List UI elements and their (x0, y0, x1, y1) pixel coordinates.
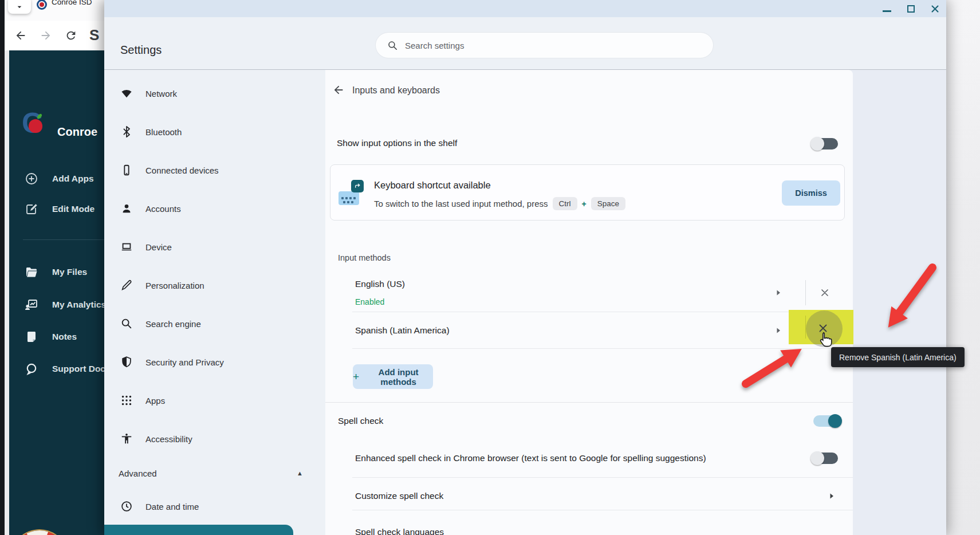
keyboard-shortcut-banner: Keyboard shortcut available To switch to… (330, 164, 845, 221)
clipped-toolbar-glyph: S (89, 26, 99, 44)
back-button[interactable] (13, 27, 29, 44)
app-sidebar: C Conroe Add Apps Edit Mode My Files (9, 50, 109, 535)
nav-advanced-toggle[interactable]: Advanced ▲ (104, 462, 325, 485)
nav-item-search-engine[interactable]: Search engine (104, 311, 325, 336)
banner-title: Keyboard shortcut available (374, 180, 491, 191)
keyboard-shortcut-icon (339, 180, 365, 206)
folder-icon (25, 265, 38, 279)
maximize-button[interactable] (903, 2, 918, 15)
wifi-icon (120, 87, 133, 100)
show-input-options-toggle[interactable] (812, 138, 838, 150)
tab-title[interactable]: Conroe ISD (52, 0, 92, 6)
settings-window: Settings Network Bluetooth Connected dev… (104, 0, 946, 535)
nav-item-security-privacy[interactable]: Security and Privacy (104, 349, 325, 375)
window-titlebar (104, 0, 946, 17)
nav-item-date-time[interactable]: Date and time (104, 494, 325, 519)
edit-icon (25, 202, 38, 216)
sidebar-item-support-docs[interactable]: Support Docs (9, 357, 109, 380)
settings-main-area: Inputs and keyboards Show input options … (325, 70, 946, 535)
caret-up-icon: ▲ (297, 470, 303, 477)
forward-button[interactable] (38, 27, 54, 44)
hand-cursor-icon (817, 332, 835, 349)
apps-grid-icon (120, 394, 133, 407)
close-button[interactable] (927, 2, 942, 15)
laptop-icon (120, 241, 133, 253)
settings-header: Settings (104, 17, 946, 70)
sidebar-item-add-apps[interactable]: Add Apps (9, 167, 109, 190)
banner-description-row: To switch to the last used input method,… (374, 197, 625, 210)
screen-edge-strip (0, 0, 5, 535)
chevron-right-icon[interactable] (774, 288, 783, 297)
sidebar-item-notes[interactable]: Notes (9, 325, 109, 348)
support-icon (25, 362, 38, 376)
subpage-title: Inputs and keyboards (352, 85, 440, 96)
sidebar-divider (23, 239, 109, 240)
chevron-right-icon (827, 491, 836, 501)
add-input-methods-button[interactable]: + Add input methods (353, 364, 433, 389)
shield-icon (120, 356, 133, 368)
page-background-sliver (946, 0, 980, 535)
input-methods-section-label: Input methods (338, 253, 391, 262)
nav-item-accessibility[interactable]: Accessibility (104, 426, 325, 451)
show-input-options-label: Show input options in the shelf (337, 138, 457, 148)
remove-english-button[interactable] (817, 285, 833, 301)
teal-banner-clipped (104, 525, 293, 535)
accessibility-icon (120, 432, 133, 445)
tab-search-button[interactable] (8, 0, 31, 14)
dismiss-button[interactable]: Dismiss (782, 180, 840, 206)
tooltip: Remove Spanish (Latin America) (831, 347, 965, 367)
search-icon (387, 40, 398, 51)
search-bar[interactable] (376, 33, 713, 58)
nav-item-network[interactable]: Network (104, 81, 325, 106)
nav-item-accounts[interactable]: Accounts (104, 196, 325, 221)
space-key-chip: Space (591, 197, 625, 210)
nav-item-personalization[interactable]: Personalization (104, 273, 325, 298)
chevron-down-icon (15, 2, 24, 14)
spell-check-languages-label: Spell check languages (355, 527, 444, 535)
search-input[interactable] (405, 41, 680, 50)
phone-icon (120, 164, 133, 176)
ctrl-key-chip: Ctrl (553, 197, 577, 210)
highlighted-remove-area (789, 310, 853, 344)
nav-item-apps[interactable]: Apps (104, 388, 325, 413)
settings-nav: Network Bluetooth Connected devices Acco… (104, 70, 325, 535)
sidebar-item-my-files[interactable]: My Files (9, 261, 109, 284)
bluetooth-icon (120, 125, 133, 138)
browser-tab-strip: Conroe ISD (5, 0, 104, 21)
clock-icon (120, 500, 133, 513)
nav-item-connected-devices[interactable]: Connected devices (104, 158, 325, 183)
chevron-right-icon[interactable] (774, 326, 783, 335)
person-icon (120, 202, 133, 215)
notes-icon (25, 330, 38, 344)
reload-button[interactable] (63, 27, 79, 44)
brush-icon (120, 279, 133, 292)
nav-item-bluetooth[interactable]: Bluetooth (104, 119, 325, 144)
minimize-button[interactable] (879, 2, 894, 15)
spell-check-toggle[interactable] (813, 415, 840, 427)
enhanced-spell-check-toggle[interactable] (812, 453, 838, 464)
row-separator (805, 280, 806, 305)
enhanced-spell-check-label: Enhanced spell check in Chrome browser (… (355, 453, 706, 463)
browser-toolbar: S (5, 21, 104, 50)
plus-icon: + (353, 371, 359, 382)
tab-favicon (37, 0, 47, 10)
nav-item-device[interactable]: Device (104, 234, 325, 259)
search-icon (120, 317, 133, 330)
browser-window: Conroe ISD S C Conroe Add Apps (5, 0, 104, 535)
content-card: Inputs and keyboards Show input options … (325, 70, 853, 535)
sidebar-item-edit-mode[interactable]: Edit Mode (9, 198, 109, 221)
brand-name: Conroe (57, 125, 97, 139)
add-circle-icon (25, 172, 38, 186)
sidebar-item-my-analytics[interactable]: My Analytics (9, 293, 109, 316)
analytics-icon (25, 298, 38, 312)
back-arrow-button[interactable] (332, 84, 346, 97)
page-title: Settings (120, 44, 162, 57)
apple-icon (29, 119, 42, 133)
spell-check-label: Spell check (338, 416, 383, 426)
enabled-status: Enabled (355, 297, 384, 306)
life-preserver-graphic (9, 523, 75, 535)
conroe-logo: C (22, 110, 52, 140)
